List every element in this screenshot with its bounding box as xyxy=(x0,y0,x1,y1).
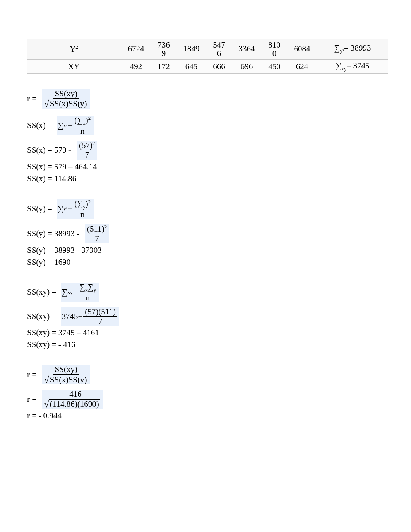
data-cell: 666 xyxy=(207,60,231,74)
ssxy-formula: SS(xy) = ∑xy − ∑x∑y n xyxy=(27,283,388,302)
lhs: SS(y) = xyxy=(27,204,52,214)
data-cell: 624 xyxy=(287,60,317,74)
rhs: ∑xy − ∑x∑y n xyxy=(61,283,99,302)
fraction: (511)2 7 xyxy=(85,224,109,243)
fraction: − 416 (114.86)(1690) xyxy=(42,390,103,409)
lhs: SS(x) = 579 - xyxy=(27,145,71,155)
lhs: SS(xy) = xyxy=(27,312,56,321)
lhs: SS(x) = xyxy=(27,121,52,130)
ssy-block: SS(y) = ∑y² − (∑y)2 n SS(y) = 38993 - (5… xyxy=(27,199,388,267)
table-row: Y26724736918495476336481006084∑y²= 38993 xyxy=(27,39,388,60)
data-cell: 3364 xyxy=(231,39,262,60)
ssx-step2: SS(x) = 579 – 464.14 xyxy=(27,162,388,172)
ssxy-step2: SS(xy) = 3745 – 4161 xyxy=(27,328,388,338)
row-label: Y2 xyxy=(27,39,121,60)
ssx-step1: SS(x) = 579 - (57)2 7 xyxy=(27,141,388,159)
r-formula-repeat: r = SS(xy) SS(x)SS(y) xyxy=(27,365,388,384)
lhs: SS(xy) = xyxy=(27,287,56,297)
data-cell: 7369 xyxy=(151,39,176,60)
data-table: Y26724736918495476336481006084∑y²= 38993… xyxy=(27,39,388,74)
fraction: SS(xy) SS(x)SS(y) xyxy=(42,365,90,384)
lhs: SS(y) = 38993 - xyxy=(27,229,79,239)
r-numeric: r = − 416 (114.86)(1690) xyxy=(27,390,388,409)
row-label: XY xyxy=(27,60,121,74)
rhs: 3745− (57)(511) 7 xyxy=(61,307,119,326)
ssxy-step1: SS(xy) = 3745− (57)(511) 7 xyxy=(27,307,388,326)
data-cell: 8100 xyxy=(262,39,287,60)
numerator: SS(xy) xyxy=(53,89,79,99)
data-cell: 1849 xyxy=(176,39,207,60)
data-cell: 696 xyxy=(231,60,262,74)
lhs: r = xyxy=(27,370,36,380)
data-cell: 6724 xyxy=(121,39,151,60)
rhs: ∑y² − (∑y)2 n xyxy=(57,199,94,219)
ssy-result: SS(y) = 1690 xyxy=(27,257,388,267)
data-cell: 172 xyxy=(151,60,176,74)
ssy-step1: SS(y) = 38993 - (511)2 7 xyxy=(27,224,388,243)
page: Y26724736918495476336481006084∑y²= 38993… xyxy=(0,0,411,532)
ssxy-block: SS(xy) = ∑xy − ∑x∑y n SS(xy) = 3745− (57… xyxy=(27,283,388,350)
denominator: SS(x)SS(y) xyxy=(43,99,89,108)
r-formula-symbolic: r = SS(xy) SS(x)SS(y) xyxy=(27,89,388,108)
fraction: SS(xy) SS(x)SS(y) xyxy=(42,89,90,108)
ssx-result: SS(x) = 114.86 xyxy=(27,174,388,184)
sum-cell: ∑y²= 38993 xyxy=(317,39,388,60)
fraction: (57)2 7 xyxy=(77,141,98,159)
data-cell: 6084 xyxy=(287,39,317,60)
ssy-step2: SS(y) = 38993 - 37303 xyxy=(27,246,388,255)
data-cell: 450 xyxy=(262,60,287,74)
data-cell: 5476 xyxy=(207,39,231,60)
ssx-formula: SS(x) = ∑x² − (∑x)2 n xyxy=(27,116,388,136)
rhs: ∑x² − (∑x)2 n xyxy=(57,116,94,136)
r-result: r = - 0.944 xyxy=(27,411,388,421)
ssxy-result: SS(xy) = - 416 xyxy=(27,340,388,350)
table-row: XY492172645666696450624∑xy= 3745 xyxy=(27,60,388,74)
ssx-block: r = SS(xy) SS(x)SS(y) SS(x) = ∑x² − (∑x)… xyxy=(27,89,388,183)
r-block: r = SS(xy) SS(x)SS(y) r = − 416 (114.86)… xyxy=(27,365,388,421)
lhs: r = xyxy=(27,394,36,404)
ssy-formula: SS(y) = ∑y² − (∑y)2 n xyxy=(27,199,388,219)
data-cell: 645 xyxy=(176,60,207,74)
sum-cell: ∑xy= 3745 xyxy=(317,60,388,74)
data-cell: 492 xyxy=(121,60,151,74)
lhs: r = xyxy=(27,94,36,104)
